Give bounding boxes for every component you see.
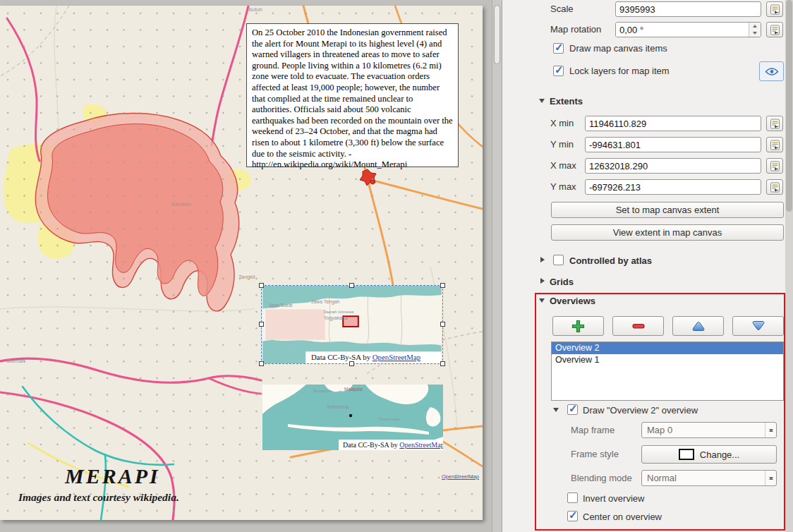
minus-icon xyxy=(631,320,646,332)
data-defined-override-icon xyxy=(770,4,780,15)
combo-arrows-icon xyxy=(765,471,776,485)
map-place-label: Butuh xyxy=(248,6,262,13)
text-box-item[interactable]: On 25 October 2010 the Indonesian govern… xyxy=(246,23,459,167)
lock-layers-checkbox[interactable] xyxy=(553,66,564,76)
center-on-overview-label: Center on overview xyxy=(583,512,662,522)
scale-label: Scale xyxy=(550,4,574,14)
ymin-label: Y min xyxy=(550,139,574,150)
view-extent-in-map-canvas-button[interactable]: View extent in map canvas xyxy=(551,224,784,241)
inset1-credit: Data CC-By-SA by OpenStreetMap xyxy=(311,353,420,361)
country-label: Indonesia xyxy=(327,404,349,409)
selection-handle-ne[interactable] xyxy=(440,283,445,288)
composition-page[interactable]: Butuh Kemiren Tangkil Sleman OpenStreetM… xyxy=(0,6,483,520)
selection-handle-e[interactable] xyxy=(440,322,445,327)
ymax-data-defined-button[interactable] xyxy=(766,179,783,195)
map-rotation-input[interactable] xyxy=(616,23,749,37)
data-defined-override-icon xyxy=(770,182,780,193)
remove-overview-button[interactable] xyxy=(612,316,664,336)
lock-layers-label: Lock layers for map item xyxy=(569,66,670,76)
overview-map-item-selected[interactable]: Jawa Barat Jawa Tengah Daerah Istimewa Y… xyxy=(261,285,443,364)
ymin-input[interactable] xyxy=(585,137,761,152)
overviews-list-item-overview1[interactable]: Overview 1 xyxy=(552,354,783,366)
selection-handle-se[interactable] xyxy=(440,361,445,366)
visibility-preset-button[interactable] xyxy=(759,61,784,81)
selection-handle-s[interactable] xyxy=(349,361,354,366)
extents-collapse-arrow-icon[interactable] xyxy=(539,99,545,103)
blending-mode-combo[interactable]: Normal xyxy=(641,470,777,486)
country-label: Singapore xyxy=(313,389,332,393)
plus-icon xyxy=(571,320,585,333)
draw-overview-collapse-arrow-icon[interactable] xyxy=(553,408,559,412)
overview-map-item-2[interactable]: Singapore Malaysia Indonesia Timor-Leste… xyxy=(262,385,443,450)
selection-handle-n[interactable] xyxy=(349,283,354,288)
combo-arrows-icon xyxy=(765,423,776,437)
ymin-data-defined-button[interactable] xyxy=(766,137,783,152)
spin-up-button[interactable] xyxy=(749,23,761,30)
blending-mode-label: Blending mode xyxy=(571,473,632,483)
overview-map-1-graphic: Jawa Barat Jawa Tengah Daerah Istimewa Y… xyxy=(262,286,442,363)
panel-scrollbar-thumb[interactable] xyxy=(786,0,792,212)
osm-credit-link[interactable]: OpenStreetMap xyxy=(442,473,479,480)
xmin-input[interactable] xyxy=(585,116,761,131)
draw-overview-label: Draw "Overview 2" overview xyxy=(583,405,698,416)
region-label: Jawa Barat xyxy=(268,303,292,308)
frame-style-change-button[interactable]: Change... xyxy=(641,445,777,464)
grids-collapse-arrow-icon[interactable] xyxy=(540,278,545,284)
location-dot xyxy=(349,414,352,417)
map-rotation-spinbox[interactable] xyxy=(615,22,761,37)
xmin-data-defined-button[interactable] xyxy=(766,116,783,131)
set-to-map-canvas-extent-button[interactable]: Set to map canvas extent xyxy=(551,202,784,218)
region-label: Jawa Tengah xyxy=(311,299,339,305)
move-overview-up-button[interactable] xyxy=(672,316,724,336)
ymax-input[interactable] xyxy=(585,179,761,195)
add-overview-button[interactable] xyxy=(552,316,604,336)
draw-map-canvas-items-checkbox[interactable] xyxy=(553,43,564,54)
selection-handle-sw[interactable] xyxy=(259,361,264,366)
xmax-label: X max xyxy=(550,160,576,171)
overview-map-2-graphic: Singapore Malaysia Indonesia Timor-Leste… xyxy=(262,385,443,450)
inset2-credit: Data CC-By-SA by OpenStreetMap xyxy=(343,441,443,449)
overviews-collapse-arrow-icon[interactable] xyxy=(539,298,545,303)
map-title-item[interactable]: MERAPI xyxy=(65,464,160,488)
spin-down-button[interactable] xyxy=(749,30,761,37)
center-on-overview-checkbox[interactable] xyxy=(567,511,578,521)
overviews-section-title[interactable]: Overviews xyxy=(550,296,595,306)
move-overview-down-button[interactable] xyxy=(732,316,784,336)
composer-canvas: Butuh Kemiren Tangkil Sleman OpenStreetM… xyxy=(0,0,492,532)
map-rotation-label: Map rotation xyxy=(550,24,601,35)
extents-section-title[interactable]: Extents xyxy=(550,96,583,107)
xmax-data-defined-button[interactable] xyxy=(766,158,783,174)
panel-scrollbar[interactable] xyxy=(785,0,793,532)
selection-handle-nw[interactable] xyxy=(259,283,264,288)
map-frame-combo[interactable]: Map 0 xyxy=(641,422,777,438)
ymax-label: Y max xyxy=(550,181,576,192)
controlled-by-atlas-label: Controlled by atlas xyxy=(569,255,652,266)
selection-handle-w[interactable] xyxy=(259,322,264,327)
overviews-list[interactable]: Overview 2 Overview 1 xyxy=(551,341,784,401)
canvas-scrollbar-thumb[interactable] xyxy=(494,5,500,64)
arrow-up-icon xyxy=(691,320,706,332)
canvas-vertical-scrollbar[interactable] xyxy=(492,0,502,532)
overviews-list-item-overview2[interactable]: Overview 2 xyxy=(552,342,783,354)
osm-link[interactable]: OpenStreetMap xyxy=(399,441,443,449)
region-label: Daerah Istimewa xyxy=(324,310,355,314)
map-caption-item[interactable]: Images and text courtesy wikipedia. xyxy=(18,491,179,504)
rotation-data-defined-button[interactable] xyxy=(766,22,783,37)
atlas-collapse-arrow-icon[interactable] xyxy=(540,257,545,262)
invert-overview-label: Invert overview xyxy=(583,493,644,504)
country-label: Timor-Leste xyxy=(378,417,400,421)
grids-section-title[interactable]: Grids xyxy=(550,277,574,287)
eye-icon xyxy=(765,67,779,76)
invert-overview-checkbox[interactable] xyxy=(567,492,578,503)
controlled-by-atlas-checkbox[interactable] xyxy=(553,255,564,265)
data-defined-override-icon xyxy=(770,161,780,171)
arrow-down-icon xyxy=(751,320,765,332)
draw-overview-checkbox[interactable] xyxy=(567,404,578,415)
scale-input[interactable] xyxy=(615,1,761,17)
osm-link[interactable]: OpenStreetMap xyxy=(373,353,420,361)
frame-style-label: Frame style xyxy=(571,449,619,459)
xmax-input[interactable] xyxy=(585,158,761,174)
scale-data-defined-button[interactable] xyxy=(766,1,783,17)
frame-color-swatch xyxy=(679,449,694,460)
data-defined-override-icon xyxy=(770,119,780,129)
